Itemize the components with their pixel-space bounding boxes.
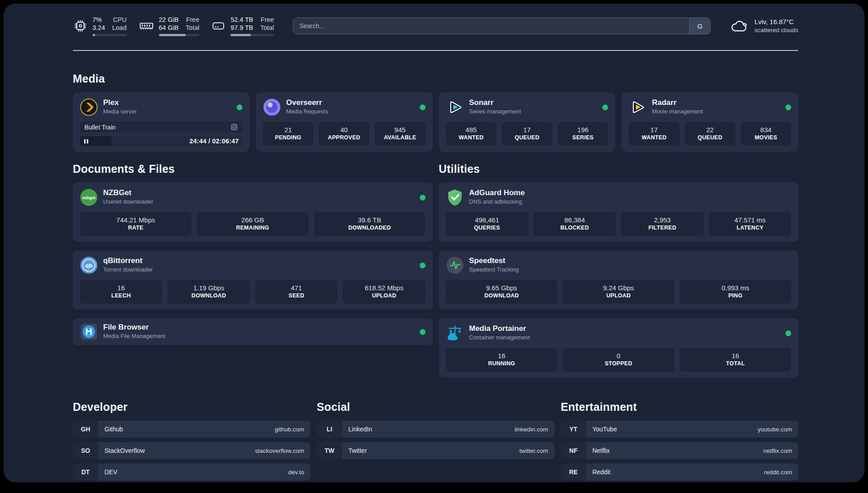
overseerr-status-dot bbox=[420, 104, 426, 110]
radarr-card[interactable]: Radarr Movie management 17WANTED 22QUEUE… bbox=[622, 92, 798, 152]
section-title-social: Social bbox=[317, 401, 554, 414]
search-input[interactable] bbox=[293, 17, 711, 34]
reddit-badge: RE bbox=[561, 464, 586, 480]
overseerr-title: Overseerr bbox=[286, 98, 328, 107]
cpu-icon bbox=[73, 18, 88, 33]
ram-value-total: 64 GiB bbox=[159, 24, 179, 32]
plex-status-dot bbox=[237, 104, 242, 110]
filebrowser-title: File Browser bbox=[103, 323, 165, 332]
plex-subtitle: Media server bbox=[103, 107, 137, 116]
stat-tile: 16TOTAL bbox=[680, 348, 791, 372]
link-netflix[interactable]: NF Netflix netflix.com bbox=[561, 442, 798, 459]
disk-label-1: Free bbox=[260, 16, 274, 24]
disk-icon bbox=[211, 18, 226, 33]
cpu-value-load: 3.24 bbox=[92, 24, 105, 32]
stat-tile: 16RUNNING bbox=[446, 348, 558, 372]
portainer-subtitle: Container management bbox=[469, 333, 530, 342]
sonarr-status-dot bbox=[602, 104, 608, 110]
filebrowser-subtitle: Media File Management bbox=[103, 332, 165, 341]
filebrowser-card[interactable]: File Browser Media File Management bbox=[73, 318, 433, 345]
stat-tile: 9.24 GbpsUPLOAD bbox=[563, 280, 674, 304]
ram-icon bbox=[138, 18, 154, 33]
qbittorrent-card[interactable]: qb qBittorrent Torrent downloader 16LEEC… bbox=[73, 251, 433, 309]
stat-tile: 0STOPPED bbox=[563, 348, 674, 372]
sonarr-card[interactable]: Sonarr Series management 485WANTED 17QUE… bbox=[439, 92, 616, 152]
overseerr-card[interactable]: Overseerr Media Requests 21PENDING 40APP… bbox=[256, 92, 433, 152]
stat-tile: 17WANTED bbox=[629, 122, 679, 146]
link-twitter[interactable]: TW Twitter twitter.com bbox=[317, 442, 554, 459]
nzbget-icon: nzbget bbox=[80, 188, 98, 206]
pause-icon[interactable] bbox=[84, 139, 88, 144]
stat-tile: 498,461QUERIES bbox=[446, 212, 528, 236]
nzbget-card[interactable]: nzbget NZBGet Usenet downloader 744.21 M… bbox=[73, 183, 433, 242]
stat-tile: 16LEECH bbox=[80, 280, 162, 304]
portainer-card[interactable]: Media Portainer Container management 16R… bbox=[439, 318, 799, 377]
plex-card[interactable]: Plex Media server Bullet Train 24:44 / 0… bbox=[73, 92, 250, 152]
nzbget-subtitle: Usenet downloader bbox=[103, 197, 153, 206]
plex-title: Plex bbox=[103, 98, 137, 107]
stat-tile: 22QUEUED bbox=[685, 122, 735, 146]
weather-location-temp: Lviv, 16.87°C bbox=[755, 17, 798, 26]
speedtest-subtitle: Speedtest Tracking bbox=[469, 265, 519, 274]
speedtest-card[interactable]: Speedtest Speedtest Tracking 9.65 GbpsDO… bbox=[439, 251, 799, 309]
portainer-icon bbox=[446, 324, 464, 342]
svg-text:nzbget: nzbget bbox=[83, 196, 96, 200]
adguard-card[interactable]: AdGuard Home DNS and adblocking 498,461Q… bbox=[439, 183, 799, 242]
twitter-badge: TW bbox=[317, 442, 342, 459]
dev-badge: DT bbox=[73, 464, 98, 480]
ram-label-2: Total bbox=[186, 24, 200, 32]
filebrowser-status-dot bbox=[420, 329, 426, 335]
nzbget-status-dot bbox=[420, 195, 426, 201]
cpu-progress-bar bbox=[92, 34, 127, 36]
dashboard-panel: 7% 3.24 CPU Load bbox=[4, 4, 864, 482]
now-playing-row: Bullet Train bbox=[80, 121, 242, 133]
link-stackoverflow[interactable]: SO StackOverflow stackoverflow.com bbox=[73, 442, 310, 459]
ram-progress-bar bbox=[159, 34, 200, 36]
sonarr-title: Sonarr bbox=[469, 98, 521, 107]
disk-progress-bar bbox=[230, 34, 274, 36]
qbittorrent-title: qBittorrent bbox=[103, 256, 153, 265]
link-github[interactable]: GH Github github.com bbox=[73, 421, 310, 438]
disk-label-2: Total bbox=[260, 24, 274, 32]
entertainment-section: Entertainment YT YouTube youtube.com NF … bbox=[561, 401, 798, 480]
cpu-label-1: CPU bbox=[112, 16, 126, 24]
stat-tile: 618.52 MbpsUPLOAD bbox=[343, 280, 425, 304]
weather-condition: scattered clouds bbox=[755, 26, 798, 34]
adguard-icon bbox=[446, 188, 464, 206]
section-title-documents: Documents & Files bbox=[73, 163, 433, 175]
radarr-status-dot bbox=[785, 104, 791, 110]
header: 7% 3.24 CPU Load bbox=[73, 13, 798, 38]
stackoverflow-badge: SO bbox=[73, 442, 98, 459]
search-engine-button[interactable]: G bbox=[689, 18, 710, 34]
stat-tile: 47.571 msLATENCY bbox=[709, 212, 791, 236]
adguard-subtitle: DNS and adblocking bbox=[469, 197, 525, 206]
stat-tile: 834MOVIES bbox=[741, 122, 791, 146]
link-youtube[interactable]: YT YouTube youtube.com bbox=[561, 421, 798, 438]
filebrowser-icon bbox=[80, 323, 98, 341]
stat-tile: 945AVAILABLE bbox=[375, 122, 425, 146]
svg-text:qb: qb bbox=[85, 262, 92, 269]
movie-icon bbox=[230, 123, 238, 131]
header-divider bbox=[73, 50, 798, 51]
link-linkedin[interactable]: LI LinkedIn linkedin.com bbox=[317, 421, 554, 438]
playback-time: 24:44 / 02:06:47 bbox=[189, 138, 238, 145]
qbittorrent-status-dot bbox=[420, 263, 426, 268]
cpu-stat: 7% 3.24 CPU Load bbox=[73, 16, 127, 36]
cpu-value-percent: 7% bbox=[92, 16, 105, 24]
weather-widget: Lviv, 16.87°C scattered clouds bbox=[730, 17, 798, 34]
radarr-subtitle: Movie management bbox=[652, 107, 703, 116]
stat-tile: 744.21 MbpsRATE bbox=[80, 212, 192, 236]
stat-tile: 1.19 GbpsDOWNLOAD bbox=[167, 280, 250, 304]
stat-tile: 17QUEUED bbox=[502, 122, 552, 146]
overseerr-icon bbox=[263, 98, 281, 116]
link-dev[interactable]: DT DEV dev.to bbox=[73, 464, 310, 480]
radarr-title: Radarr bbox=[652, 98, 703, 107]
sonarr-subtitle: Series management bbox=[469, 107, 521, 116]
portainer-title: Media Portainer bbox=[469, 324, 530, 333]
now-playing-title: Bullet Train bbox=[84, 124, 116, 131]
stat-tile: 39.6 TBDOWNLOADED bbox=[314, 212, 426, 236]
ram-label-1: Free bbox=[186, 16, 200, 24]
link-reddit[interactable]: RE Reddit reddit.com bbox=[561, 464, 798, 480]
playback-progress-bar[interactable]: 24:44 / 02:06:47 bbox=[80, 136, 242, 146]
section-title-media: Media bbox=[73, 72, 798, 85]
